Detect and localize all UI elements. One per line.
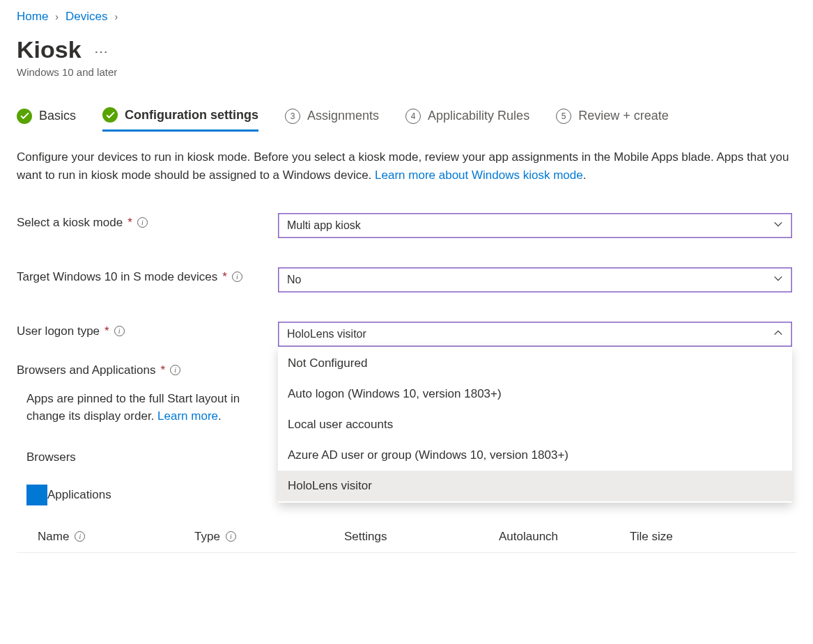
user-logon-type-dropdown: Not Configured Auto logon (Windows 10, v…	[278, 347, 792, 503]
column-label: Tile size	[630, 530, 673, 544]
check-icon	[102, 107, 118, 123]
option-hololens-visitor[interactable]: HoloLens visitor	[278, 471, 792, 501]
info-icon[interactable]: i	[137, 217, 148, 228]
column-autolaunch: Autolaunch	[499, 530, 630, 544]
column-label: Autolaunch	[499, 530, 558, 544]
page-title: Kiosk	[17, 36, 82, 63]
info-icon[interactable]: i	[114, 326, 125, 336]
field-label: Select a kiosk mode	[17, 216, 123, 230]
select-value: No	[287, 274, 301, 286]
step-assignments[interactable]: 3 Assignments	[285, 109, 379, 131]
page-header: Kiosk ⋯ Windows 10 and later	[17, 36, 796, 78]
column-type: Type i	[194, 530, 344, 544]
field-user-logon-type: User logon type * i HoloLens visitor Not…	[17, 322, 796, 347]
column-label: Name	[38, 530, 69, 544]
step-label: Configuration settings	[125, 108, 258, 123]
breadcrumb: Home › Devices ›	[17, 10, 796, 24]
field-label: User logon type	[17, 324, 100, 338]
step-number: 3	[285, 109, 300, 124]
column-name: Name i	[38, 530, 194, 544]
chevron-right-icon: ›	[55, 11, 59, 22]
option-azure-ad-user[interactable]: Azure AD user or group (Windows 10, vers…	[278, 440, 792, 471]
breadcrumb-devices[interactable]: Devices	[65, 10, 107, 24]
intro-text: Configure your devices to run in kiosk m…	[17, 148, 790, 185]
step-label: Basics	[39, 109, 76, 123]
select-value: Multi app kiosk	[287, 219, 361, 232]
required-marker: *	[160, 363, 165, 377]
wizard-steps: Basics Configuration settings 3 Assignme…	[17, 107, 796, 132]
field-kiosk-mode: Select a kiosk mode * i Multi app kiosk	[17, 213, 796, 238]
info-icon[interactable]: i	[226, 531, 236, 542]
option-local-user-accounts[interactable]: Local user accounts	[278, 409, 792, 440]
s-mode-select[interactable]: No	[278, 267, 792, 292]
page-subtitle: Windows 10 and later	[17, 66, 796, 78]
learn-more-link[interactable]: Learn more about Windows kiosk mode	[375, 168, 583, 182]
section-title: Browsers and Applications	[17, 363, 155, 377]
step-basics[interactable]: Basics	[17, 109, 76, 131]
column-settings: Settings	[344, 530, 499, 544]
step-label: Review + create	[578, 109, 669, 123]
more-icon[interactable]: ⋯	[94, 45, 109, 58]
option-not-configured[interactable]: Not Configured	[278, 348, 792, 379]
info-icon[interactable]: i	[75, 531, 85, 542]
required-marker: *	[222, 270, 227, 284]
step-label: Assignments	[307, 109, 379, 123]
info-icon[interactable]: i	[232, 272, 242, 282]
step-review-create[interactable]: 5 Review + create	[556, 109, 669, 131]
column-tile-size: Tile size	[630, 530, 796, 544]
step-applicability-rules[interactable]: 4 Applicability Rules	[405, 109, 529, 131]
applications-table-header: Name i Type i Settings Autolaunch Tile s…	[17, 517, 796, 553]
user-logon-type-select[interactable]: HoloLens visitor	[278, 322, 792, 347]
tab-applications[interactable]: Applications	[47, 480, 111, 510]
required-marker: *	[127, 216, 132, 230]
desc-line-1: Apps are pinned to the full Start layout…	[26, 392, 240, 405]
learn-more-link[interactable]: Learn more	[157, 409, 218, 423]
chevron-right-icon: ›	[115, 11, 118, 22]
desc-period: .	[218, 409, 222, 423]
breadcrumb-home[interactable]: Home	[17, 10, 48, 24]
tab-browsers[interactable]: Browsers	[26, 442, 76, 473]
step-configuration-settings[interactable]: Configuration settings	[102, 107, 258, 132]
chevron-down-icon	[773, 219, 783, 232]
step-number: 5	[556, 109, 571, 124]
chevron-up-icon	[773, 328, 783, 340]
kiosk-mode-select[interactable]: Multi app kiosk	[278, 213, 792, 238]
column-label: Settings	[344, 530, 387, 544]
intro-period: .	[583, 168, 587, 182]
desc-line-2: change its display order.	[26, 409, 157, 423]
option-auto-logon[interactable]: Auto logon (Windows 10, version 1803+)	[278, 379, 792, 409]
required-marker: *	[104, 324, 109, 338]
select-value: HoloLens visitor	[287, 328, 366, 340]
active-tab-indicator	[26, 485, 47, 505]
info-icon[interactable]: i	[170, 365, 180, 375]
field-s-mode: Target Windows 10 in S mode devices * i …	[17, 267, 796, 292]
check-icon	[17, 109, 32, 124]
chevron-down-icon	[773, 274, 783, 286]
column-label: Type	[194, 530, 220, 544]
step-number: 4	[405, 109, 421, 124]
step-label: Applicability Rules	[428, 109, 529, 123]
field-label: Target Windows 10 in S mode devices	[17, 270, 217, 284]
